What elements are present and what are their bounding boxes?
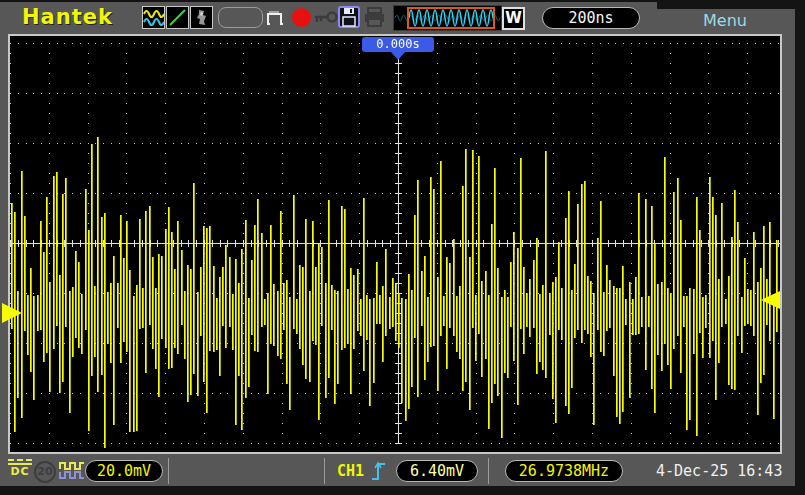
time-offset-label: 0.000s	[376, 37, 419, 51]
save-icon	[338, 13, 360, 32]
frequency-counter-readout: 26.9738MHz	[505, 460, 623, 482]
noise-blob-icon	[191, 7, 212, 28]
lock-button[interactable]	[313, 9, 338, 29]
oscilloscope-screen: Hantek	[0, 0, 805, 495]
menu-button[interactable]: Menu	[657, 11, 793, 30]
top-notch	[657, 0, 805, 9]
time-offset-marker[interactable]: 0.000s	[362, 37, 434, 52]
coupling-label: DC	[8, 466, 32, 478]
datetime-label: 4-Dec-25 16:43	[656, 462, 782, 480]
record-icon	[291, 13, 312, 32]
empty-slot	[218, 7, 263, 28]
separator	[168, 458, 169, 484]
dc-coupling-icon[interactable]: DC	[8, 459, 32, 478]
key-icon	[313, 10, 338, 29]
printer-icon	[363, 13, 387, 32]
trigger-level-marker[interactable]	[761, 291, 780, 309]
bandwidth-limit-icon[interactable]: 20	[34, 461, 56, 483]
separator	[324, 458, 325, 484]
print-button[interactable]	[363, 6, 387, 32]
brand-logo: Hantek	[22, 5, 113, 29]
channel-waves-button[interactable]	[142, 6, 165, 29]
pulse-icon	[266, 13, 290, 32]
volts-per-div-readout[interactable]: 20.0mV	[85, 460, 163, 482]
save-button[interactable]	[338, 6, 360, 32]
invert-squarewave-icon[interactable]	[59, 461, 85, 484]
pulse-button[interactable]	[266, 6, 290, 32]
waveform-canvas	[10, 36, 780, 452]
trigger-level-readout[interactable]: 6.40mV	[396, 460, 478, 482]
rising-edge-icon	[369, 459, 389, 487]
separator	[488, 458, 489, 484]
trigger-source-label: CH1	[337, 462, 364, 480]
window-mode-button[interactable]: W	[502, 7, 525, 30]
waveform-display: 0.000s	[8, 34, 782, 454]
timebase-readout[interactable]: 200ns	[542, 7, 640, 29]
diagonal-line-icon	[167, 7, 188, 28]
horizontal-scroll-preview[interactable]	[393, 5, 502, 31]
noise-mode-button[interactable]	[190, 6, 213, 29]
channel1-position-marker[interactable]	[2, 303, 22, 323]
time-offset-pointer-icon	[391, 52, 405, 60]
channel-waves-icon	[143, 7, 164, 28]
cursor-line-button[interactable]	[166, 6, 189, 29]
record-button[interactable]	[291, 7, 312, 32]
